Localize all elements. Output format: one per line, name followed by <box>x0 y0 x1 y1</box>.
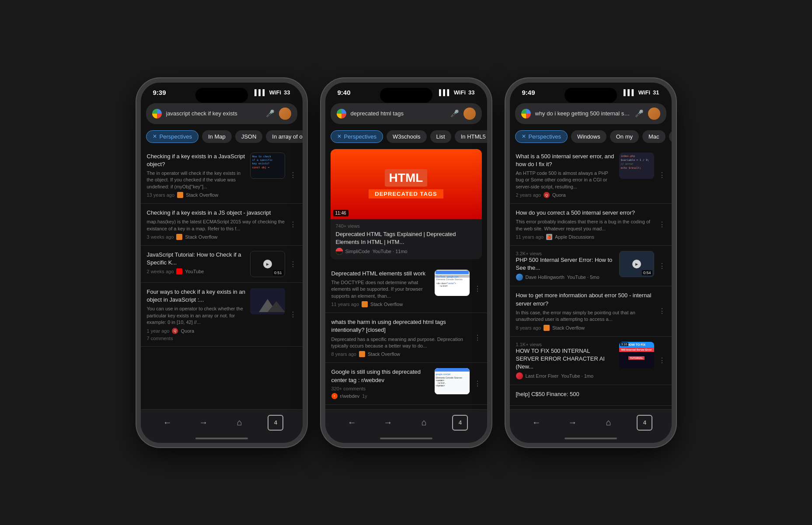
html-card-body-2: 740+ views Deprecated HTML Tags Explaine… <box>331 219 482 259</box>
result-snippet-3-1: An HTTP code 500 is almost always a PHP … <box>516 170 615 190</box>
result-snippet-1-2: map.has(key) is the latest ECMAScript 20… <box>147 219 285 232</box>
chip-inarray-1[interactable]: In array of objects <box>266 130 302 143</box>
result-left-3-3: 3.2K+ views PHP 500 Internal Server Erro… <box>516 251 615 281</box>
chip-label-onmy-3: On my <box>616 133 633 140</box>
more-icon-1-2[interactable]: ⋮ <box>289 220 296 229</box>
forward-button-2[interactable]: → <box>380 415 396 431</box>
more-icon-1-3[interactable]: ⋮ <box>289 260 296 268</box>
source-icon-1-4: Q <box>172 328 178 334</box>
mic-icon-1[interactable]: 🎤 <box>266 109 275 118</box>
result-age-3-2: 11 years ago <box>516 234 544 240</box>
mic-icon-2[interactable]: 🎤 <box>450 109 459 118</box>
search-bar-2[interactable]: deprecated html tags 🎤 <box>331 103 482 124</box>
chip-windows-3[interactable]: Windows <box>571 130 606 143</box>
tabs-button-2[interactable]: 4 <box>452 415 468 431</box>
tabs-button-3[interactable]: 4 <box>637 415 652 431</box>
html-card-title-2: Deprecated HTML Tags Explained | Depreca… <box>336 230 477 246</box>
result-thumb-2-2: DevTools - google.com Elements Console S… <box>435 270 470 296</box>
more-icon-2-2[interactable]: ⋮ <box>474 285 481 293</box>
chip-list-2[interactable]: List <box>430 130 451 143</box>
result-item-3-3[interactable]: 3.2K+ views PHP 500 Internal Server Erro… <box>510 246 672 286</box>
source-name-3-3: Dave Hollingworth <box>526 275 565 280</box>
chip-perspectives-2[interactable]: ✕ Perspectives <box>331 130 383 143</box>
chip-close-2[interactable]: ✕ <box>337 133 342 139</box>
avatar-1[interactable] <box>279 108 291 120</box>
wifi-icon-2: WiFi <box>454 89 466 96</box>
search-bar-1[interactable]: javascript check if key exists 🎤 <box>146 103 297 124</box>
avatar-2[interactable] <box>464 108 476 120</box>
result-item-3-6[interactable]: [help] C$50 Finance: 500 <box>510 385 672 406</box>
more-icon-3-4[interactable]: ⋮ <box>659 307 666 315</box>
search-query-2: deprecated html tags <box>351 110 446 117</box>
chip-perspectives-3[interactable]: ✕ Perspectives <box>515 130 568 143</box>
more-icon-2-3[interactable]: ⋮ <box>474 334 481 342</box>
result-left-3-1: What is a 500 internal server error, and… <box>516 153 615 198</box>
result-item-3-4[interactable]: How to get more information about error … <box>510 286 672 336</box>
forward-button-1[interactable]: → <box>195 415 211 431</box>
more-icon-3-3[interactable]: ⋮ <box>659 262 666 270</box>
result-item-1-3[interactable]: JavaScript Tutorial: How to Check if a S… <box>141 246 303 283</box>
result-item-3-2[interactable]: How do you correct a 500 internal server… <box>510 204 672 246</box>
result-item-1-4[interactable]: Four ways to check if a key exists in an… <box>141 283 303 347</box>
chip-w3-2[interactable]: W3schools <box>387 130 427 143</box>
chip-inmap-1[interactable]: In Map <box>202 130 232 143</box>
chip-label-html5-2: In HTML5 <box>461 133 486 140</box>
mic-icon-3[interactable]: 🎤 <box>635 109 644 118</box>
chip-json-1[interactable]: JSON <box>235 130 263 143</box>
more-icon-2-4[interactable]: ⋮ <box>474 379 481 388</box>
chip-mac-3[interactable]: Mac <box>642 130 666 143</box>
home-button-2[interactable]: ⌂ <box>416 415 432 431</box>
result-age-2-3: 8 years ago <box>331 351 356 357</box>
home-indicator-1 <box>195 438 248 439</box>
back-button-2[interactable]: ← <box>344 415 360 431</box>
chip-close-3[interactable]: ✕ <box>522 133 526 139</box>
home-button-3[interactable]: ⌂ <box>601 415 617 431</box>
more-icon-3-2[interactable]: ⋮ <box>659 220 666 229</box>
video-views-3-3: 3.2K+ views <box>516 251 615 256</box>
chip-label-windows-3: Windows <box>577 133 600 140</box>
search-icons-1: 🎤 <box>266 108 291 120</box>
dynamic-island <box>195 88 248 103</box>
forward-button-3[interactable]: → <box>565 415 580 431</box>
result-age-1-1: 13 years ago <box>147 192 175 198</box>
back-button-3[interactable]: ← <box>529 415 544 431</box>
html-card-2[interactable]: HTML DEPRECATED TAGS 11:46 740+ views De… <box>331 149 482 259</box>
result-age-2-2: 11 years ago <box>331 302 359 307</box>
result-item-3-1[interactable]: What is a 500 internal server error, and… <box>510 147 672 204</box>
views-2: 740+ views <box>336 223 477 229</box>
result-item-2-3[interactable]: whats the harm in using deprecated html … <box>325 313 487 363</box>
chip-onmy-3[interactable]: On my <box>610 130 639 143</box>
comments-2-4: 320+ comments <box>331 386 430 391</box>
result-left-3-2: How do you correct a 500 internal server… <box>516 209 654 240</box>
result-item-3-5[interactable]: 1.1K+ views HOW TO FIX 500 INTERNAL SERV… <box>510 337 672 386</box>
result-snippet-2-3: Deprecated has a specific meaning and pu… <box>331 336 470 350</box>
result-title-2-4: Google is still using this deprecated ce… <box>331 368 430 384</box>
more-icon-3-1[interactable]: ⋮ <box>659 171 666 179</box>
source-name-2-4: r/webdev <box>340 393 360 399</box>
chip-label-perspectives-2: Perspectives <box>344 133 376 140</box>
more-icon-1-4[interactable]: ⋮ <box>289 310 296 319</box>
battery-icon-2: 33 <box>468 89 474 96</box>
result-item-1-2[interactable]: Checking if a key exists in a JS object … <box>141 204 303 246</box>
chip-flights-3[interactable]: Flights <box>669 130 672 143</box>
html5-logo-2: HTML <box>385 169 428 187</box>
back-button-1[interactable]: ← <box>160 415 175 431</box>
result-item-2-4[interactable]: Google is still using this deprecated ce… <box>325 363 487 404</box>
avatar-3[interactable] <box>648 108 660 120</box>
home-button-1[interactable]: ⌂ <box>232 415 247 431</box>
result-item-2-2[interactable]: Deprecated HTML elements still work The … <box>325 264 487 313</box>
content-1: Checking if a key exists in a JavaScript… <box>141 146 303 427</box>
search-bar-3[interactable]: why do i keep getting 500 internal serve… <box>515 103 666 124</box>
result-age-3-4: 8 years ago <box>516 325 541 330</box>
more-icon-3-5[interactable]: ⋮ <box>659 356 666 365</box>
result-item-1-1[interactable]: Checking if a key exists in a JavaScript… <box>141 147 303 204</box>
chip-html5-2[interactable]: In HTML5 <box>455 130 487 143</box>
result-thumb-1-3: ▶ 0:51 <box>250 251 285 277</box>
chip-perspectives-1[interactable]: ✕ Perspectives <box>146 130 199 143</box>
result-list-3: What is a 500 internal server error, and… <box>510 146 672 408</box>
more-icon-1-1[interactable]: ⋮ <box>289 171 296 179</box>
source-icon-2-2 <box>362 301 368 307</box>
chip-close-1[interactable]: ✕ <box>153 133 157 139</box>
search-icons-3: 🎤 <box>635 108 660 120</box>
tabs-button-1[interactable]: 4 <box>268 415 283 431</box>
